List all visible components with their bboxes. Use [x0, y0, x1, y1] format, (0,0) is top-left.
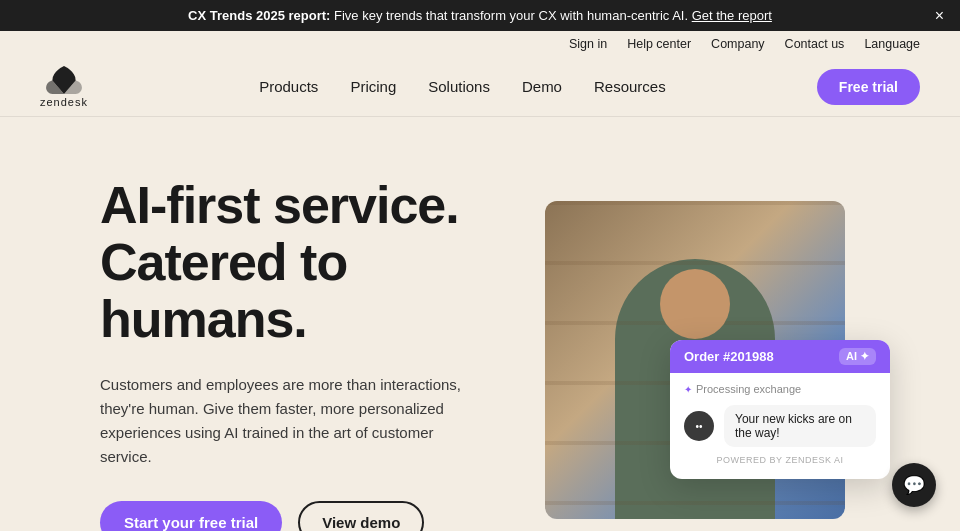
hero-title: AI-first service. Catered to humans.: [100, 177, 469, 349]
hero-subtitle: Customers and employees are more than in…: [100, 373, 469, 469]
main-nav: zendesk Products Pricing Solutions Demo …: [0, 57, 960, 117]
chat-fab-button[interactable]: 💬: [892, 463, 936, 507]
nav-help-center[interactable]: Help center: [627, 37, 691, 51]
hero-section: AI-first service. Catered to humans. Cus…: [0, 117, 960, 531]
nav-language[interactable]: Language: [864, 37, 920, 51]
zendesk-logo-text: zendesk: [40, 96, 88, 108]
chat-avatar: ••: [684, 411, 714, 441]
chat-bubble: Your new kicks are on the way!: [724, 405, 876, 447]
start-trial-button[interactable]: Start your free trial: [100, 501, 282, 531]
nav-pricing[interactable]: Pricing: [350, 78, 396, 95]
chat-card: Order #201988 AI ✦ Processing exchange •…: [670, 340, 890, 479]
hero-buttons: Start your free trial View demo: [100, 501, 469, 531]
nav-products[interactable]: Products: [259, 78, 318, 95]
hero-image-area: Order #201988 AI ✦ Processing exchange •…: [469, 201, 920, 519]
nav-signin[interactable]: Sign in: [569, 37, 607, 51]
announcement-close-button[interactable]: ×: [935, 8, 944, 24]
logo[interactable]: zendesk: [40, 66, 88, 108]
utility-nav: Sign in Help center Company Contact us L…: [0, 31, 960, 57]
nav-links: Products Pricing Solutions Demo Resource…: [128, 78, 797, 95]
processing-line: Processing exchange: [684, 383, 876, 395]
ai-badge: AI ✦: [839, 348, 876, 365]
chat-order-label: Order #201988: [684, 349, 774, 364]
free-trial-button[interactable]: Free trial: [817, 69, 920, 105]
view-demo-button[interactable]: View demo: [298, 501, 424, 531]
chat-card-header: Order #201988 AI ✦: [670, 340, 890, 373]
chat-powered-by: POWERED BY ZENDESK AI: [684, 455, 876, 469]
chat-message-row: •• Your new kicks are on the way!: [684, 405, 876, 447]
chat-card-body: Processing exchange •• Your new kicks ar…: [670, 373, 890, 479]
zendesk-logo-icon: [46, 66, 82, 94]
hero-text: AI-first service. Catered to humans. Cus…: [100, 177, 469, 531]
announcement-bar: CX Trends 2025 report: Five key trends t…: [0, 0, 960, 31]
nav-resources[interactable]: Resources: [594, 78, 666, 95]
nav-contact[interactable]: Contact us: [785, 37, 845, 51]
chat-fab-icon: 💬: [903, 474, 925, 496]
announcement-text: CX Trends 2025 report: Five key trends t…: [188, 8, 772, 23]
nav-demo[interactable]: Demo: [522, 78, 562, 95]
announcement-link[interactable]: Get the report: [692, 8, 772, 23]
nav-company[interactable]: Company: [711, 37, 765, 51]
nav-solutions[interactable]: Solutions: [428, 78, 490, 95]
